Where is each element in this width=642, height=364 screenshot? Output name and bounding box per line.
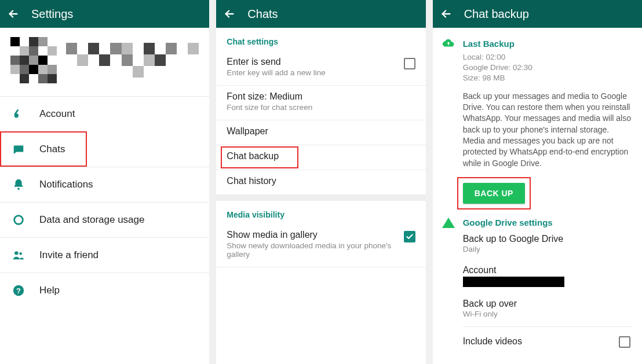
divider	[463, 326, 633, 327]
divider-bar	[216, 195, 425, 201]
settings-title: Settings	[31, 8, 73, 21]
checkbox-enter-is-send[interactable]	[404, 58, 415, 69]
chats-header: Chats	[216, 0, 425, 28]
settings-header: Settings	[0, 0, 209, 28]
bell-icon	[12, 178, 25, 192]
row-account[interactable]: Account	[463, 259, 633, 293]
last-backup-label: Last Backup	[463, 39, 515, 49]
row-primary: Font size: Medium	[227, 91, 312, 102]
profile-name-blurred	[66, 43, 199, 78]
row-font-size[interactable]: Font size: Medium Font size for chat scr…	[216, 86, 425, 120]
settings-item-notifications[interactable]: Notifications	[0, 167, 209, 202]
checkbox-show-media[interactable]	[404, 231, 415, 242]
row-primary: Back up over	[463, 299, 633, 309]
svg-point-3	[14, 216, 23, 225]
profile-row[interactable]	[0, 28, 209, 97]
gd-settings-head: Google Drive settings	[442, 218, 633, 228]
row-chat-backup[interactable]: Chat backup	[216, 145, 425, 170]
row-show-media[interactable]: Show media in gallery Show newly downloa…	[216, 224, 425, 267]
backup-meta: Local: 02:00 Google Drive: 02:30 Size: 9…	[463, 52, 633, 84]
row-primary: Enter is send	[227, 57, 325, 67]
settings-item-invite[interactable]: Invite a friend	[0, 237, 209, 273]
gd-settings-label: Google Drive settings	[463, 218, 553, 227]
people-icon	[12, 248, 25, 262]
row-primary: Wallpaper	[227, 126, 268, 137]
account-redacted	[463, 277, 564, 287]
help-icon: ?	[12, 284, 25, 297]
backup-description: Back up your messages and media to Googl…	[463, 91, 633, 169]
row-enter-is-send[interactable]: Enter is send Enter key will add a new l…	[216, 51, 425, 86]
settings-item-help[interactable]: ? Help	[0, 273, 209, 308]
backup-button-highlight: BACK UP	[457, 177, 531, 209]
meta-local: Local: 02:00	[463, 52, 633, 62]
row-backup-to-gdrive[interactable]: Back up to Google Drive Daily	[463, 228, 633, 259]
row-chat-history[interactable]: Chat history	[216, 170, 425, 195]
checkbox-include-videos[interactable]	[619, 336, 630, 348]
row-back-up-over[interactable]: Back up over Wi-Fi only	[463, 293, 633, 324]
key-icon	[12, 107, 25, 121]
row-include-videos[interactable]: Include videos	[463, 329, 633, 348]
last-backup-head: Last Backup	[442, 37, 633, 50]
row-wallpaper[interactable]: Wallpaper	[216, 120, 425, 145]
back-arrow-icon[interactable]	[440, 8, 453, 20]
chat-backup-header: Chat backup	[433, 0, 642, 28]
svg-point-5	[19, 252, 22, 255]
row-primary: Show media in gallery	[227, 230, 397, 240]
svg-text:?: ?	[16, 286, 21, 295]
chat-icon	[12, 142, 25, 156]
data-circle-icon	[12, 213, 25, 227]
row-secondary: Daily	[463, 245, 633, 253]
row-secondary: Font size for chat screen	[227, 103, 312, 112]
settings-item-label: Account	[39, 108, 75, 120]
row-primary: Include videos	[463, 336, 522, 347]
row-primary: Account	[463, 265, 633, 275]
chats-panel: Chats Chat settings Enter is send Enter …	[216, 0, 425, 364]
google-drive-icon	[442, 218, 455, 228]
settings-item-data-usage[interactable]: Data and storage usage	[0, 202, 209, 237]
chat-backup-panel: Chat backup Last Backup Local: 02:00 Goo…	[433, 0, 642, 364]
row-secondary: Wi-Fi only	[463, 310, 633, 318]
settings-item-label: Chats	[39, 144, 65, 155]
row-primary: Back up to Google Drive	[463, 234, 633, 244]
chats-title: Chats	[247, 8, 278, 21]
cloud-upload-icon	[442, 37, 455, 50]
settings-item-label: Data and storage usage	[39, 214, 144, 226]
row-secondary: Show newly downloaded media in your phon…	[227, 241, 397, 259]
row-secondary: Enter key will add a new line	[227, 68, 325, 77]
settings-panel: Settings Account Chats	[0, 0, 209, 364]
section-media-visibility: Media visibility	[216, 201, 425, 224]
meta-gdrive: Google Drive: 02:30	[463, 62, 633, 73]
svg-point-4	[14, 251, 18, 255]
backup-button[interactable]: BACK UP	[463, 183, 525, 204]
meta-size: Size: 98 MB	[463, 73, 633, 83]
settings-item-account[interactable]: Account	[0, 97, 209, 131]
settings-list: Account Chats Notifications Data and sto…	[0, 97, 209, 308]
svg-point-2	[17, 188, 20, 190]
row-primary: Chat history	[227, 176, 276, 186]
avatar	[10, 37, 57, 83]
settings-item-label: Invite a friend	[39, 249, 99, 261]
row-primary: Chat backup	[227, 151, 279, 161]
settings-item-label: Help	[39, 285, 60, 296]
chat-backup-title: Chat backup	[464, 8, 529, 21]
back-arrow-icon[interactable]	[7, 8, 20, 20]
back-arrow-icon[interactable]	[223, 8, 236, 20]
settings-item-chats[interactable]: Chats	[0, 131, 87, 167]
section-chat-settings: Chat settings	[216, 28, 425, 51]
settings-item-label: Notifications	[39, 179, 93, 190]
